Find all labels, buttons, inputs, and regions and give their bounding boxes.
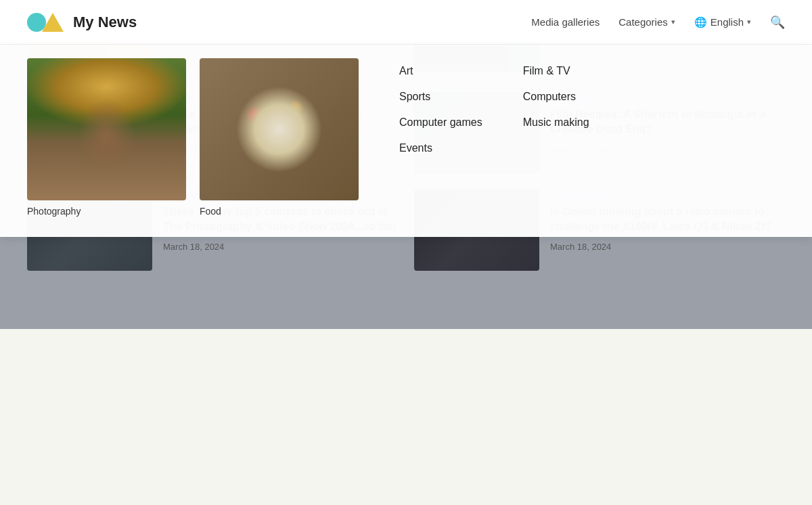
article-date: March 18, 2024: [550, 242, 785, 252]
site-title: My News: [73, 14, 137, 31]
article-date: March 18, 2024: [163, 242, 398, 252]
categories-label: Categories: [618, 16, 668, 28]
logo-icon: [27, 13, 64, 32]
media-galleries-link[interactable]: Media galleries: [531, 16, 600, 28]
categories-dropdown: Photography Food Art Sports Computer gam…: [0, 45, 812, 237]
photography-image: [27, 58, 186, 200]
food-label: Food: [200, 206, 359, 217]
media-card-photography[interactable]: Photography: [27, 58, 186, 217]
photography-label: Photography: [27, 206, 186, 217]
header: My News Media galleries Categories ▾ 🌐 E…: [0, 0, 812, 45]
cat-computer-games[interactable]: Computer games: [399, 116, 482, 129]
logo-triangle: [42, 13, 64, 32]
food-image: [200, 58, 359, 200]
cat-events[interactable]: Events: [399, 142, 482, 154]
cat-computers[interactable]: Computers: [523, 91, 589, 103]
language-label: English: [710, 16, 744, 28]
globe-icon: 🌐: [694, 16, 707, 28]
categories-link[interactable]: Categories ▾: [618, 16, 675, 28]
chevron-down-icon-lang: ▾: [747, 18, 751, 26]
media-panel: Photography Food: [27, 58, 359, 217]
language-selector[interactable]: 🌐 English ▾: [694, 16, 751, 28]
chevron-down-icon: ▾: [671, 18, 675, 26]
cat-film-tv[interactable]: Film & TV: [523, 65, 589, 77]
cat-music-making[interactable]: Music making: [523, 116, 589, 129]
media-galleries-label: Media galleries: [531, 16, 600, 28]
categories-columns: Art Sports Computer games Events Film & …: [399, 58, 589, 154]
categories-col-2: Film & TV Computers Music making: [523, 65, 589, 154]
main-nav: Media galleries Categories ▾ 🌐 English ▾…: [531, 15, 785, 30]
search-icon[interactable]: 🔍: [770, 15, 785, 30]
cat-art[interactable]: Art: [399, 65, 482, 77]
categories-col-1: Art Sports Computer games Events: [399, 65, 482, 154]
logo-area[interactable]: My News: [27, 13, 137, 32]
media-card-food[interactable]: Food: [200, 58, 359, 217]
cat-sports[interactable]: Sports: [399, 91, 482, 103]
dropdown-content: Photography Food Art Sports Computer gam…: [27, 58, 785, 217]
